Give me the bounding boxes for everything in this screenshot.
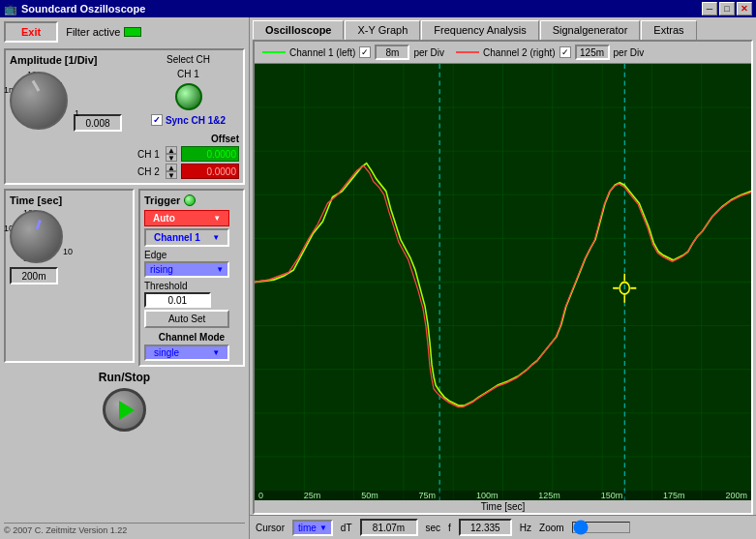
amplitude-section: Amplitude [1/Div] 10m 100m 1 100u 1m (4, 48, 245, 185)
f-value-input[interactable] (459, 519, 512, 536)
channel-mode-label: Channel Mode (144, 332, 239, 343)
ch2-offset-row: CH 2 ▲ ▼ (137, 164, 239, 179)
scope-area: Channel 1 (left) ✓ per Div Channel 2 (ri… (253, 40, 753, 515)
time-knob[interactable] (10, 210, 63, 263)
top-bar: Exit Filter active (4, 21, 245, 43)
amplitude-input[interactable] (74, 114, 122, 132)
select-ch-label: Select CH (166, 54, 210, 65)
main-content: Exit Filter active Amplitude [1/Div] 10m… (0, 17, 756, 539)
tab-xy-graph[interactable]: X-Y Graph (345, 20, 420, 40)
amplitude-knob-container: 10m 100m 1 100u 1m (10, 72, 68, 130)
zoom-slider[interactable] (572, 522, 630, 533)
channel-mode-select[interactable]: single ▼ (144, 344, 229, 361)
filter-active-indicator: Filter active (66, 26, 141, 38)
edge-select[interactable]: rising ▼ (144, 261, 229, 278)
amplitude-knob-area: 10m 100m 1 100u 1m (10, 70, 122, 132)
right-panel: Oscilloscope X-Y Graph Frequency Analysi… (250, 17, 756, 539)
ch1-legend-label: Channel 1 (left) (289, 47, 355, 58)
title-bar: 📺 Soundcard Oszilloscope ─ □ ✕ (0, 0, 756, 17)
threshold-input[interactable] (144, 292, 211, 308)
left-panel: Exit Filter active Amplitude [1/Div] 10m… (0, 17, 250, 539)
offset-section: Offset CH 1 ▲ ▼ CH 2 ▲ (137, 134, 239, 179)
bottom-bar: Cursor time ▼ dT sec f Hz Zoom (250, 515, 756, 539)
ch1-label: CH 1 (177, 69, 199, 79)
run-stop-label: Run/Stop (4, 371, 245, 384)
amplitude-knob[interactable] (10, 72, 68, 130)
time-knob-area: 100m 1 10 1m 10m (10, 210, 129, 263)
ch2-per-div-unit: per Div (614, 47, 645, 58)
time-input[interactable] (10, 267, 58, 284)
dt-label: dT (341, 523, 352, 533)
dt-unit: sec (426, 523, 441, 533)
ch1-legend-checkbox[interactable]: ✓ (359, 46, 371, 58)
trigger-channel-btn[interactable]: Channel 1 ▼ (144, 228, 229, 247)
sync-checkbox[interactable]: ✓ Sync CH 1&2 (151, 114, 226, 126)
ch1-offset-down[interactable]: ▼ (166, 154, 177, 162)
tabs-bar: Oscilloscope X-Y Graph Frequency Analysi… (250, 17, 756, 40)
select-ch-area: Select CH CH 1 ✓ Sync CH 1&2 Offset CH 1… (137, 54, 239, 179)
time-section: Time [sec] 100m 1 10 1m 10m (4, 189, 135, 363)
trigger-section: Trigger Auto ▼ Channel 1 ▼ Edge rising ▼… (138, 189, 245, 367)
f-unit: Hz (520, 523, 531, 533)
time-axis-title: Time [sec] (255, 500, 751, 513)
ch2-offset-input[interactable] (181, 164, 239, 179)
ch2-offset-down[interactable]: ▼ (166, 171, 177, 179)
oscilloscope-display: 0 25m 50m 75m 100m 125m 150m 175m 200m (255, 64, 751, 500)
ch2-legend-checkbox[interactable]: ✓ (559, 46, 571, 58)
run-stop-button[interactable] (103, 388, 146, 432)
ch1-offset-row: CH 1 ▲ ▼ (137, 146, 239, 162)
tab-extras[interactable]: Extras (641, 20, 696, 40)
time-title: Time [sec] (10, 195, 62, 206)
channel-mode-section: Channel Mode single ▼ (144, 332, 239, 361)
trigger-led (184, 195, 196, 206)
cursor-label: Cursor (256, 523, 285, 533)
ch1-per-div-unit: per Div (413, 47, 444, 58)
app-icon: 📺 (4, 3, 17, 15)
cursor-type-select[interactable]: time ▼ (292, 520, 333, 536)
tab-oscilloscope[interactable]: Oscilloscope (253, 20, 344, 40)
exit-button[interactable]: Exit (4, 21, 58, 43)
filter-led (124, 27, 141, 37)
edge-label: Edge (144, 250, 239, 260)
ch2-line (456, 51, 479, 53)
run-stop-section: Run/Stop (4, 371, 245, 435)
ch2-legend-label: Channel 2 (right) (483, 47, 555, 58)
tab-frequency-analysis[interactable]: Frequency Analysis (421, 20, 538, 40)
trigger-mode-btn[interactable]: Auto ▼ (144, 210, 229, 226)
channel-legend: Channel 1 (left) ✓ per Div Channel 2 (ri… (255, 42, 751, 64)
time-trigger-row: Time [sec] 100m 1 10 1m 10m (4, 189, 245, 367)
ch1-per-div-input[interactable] (375, 45, 409, 60)
f-label: f (448, 523, 451, 533)
minimize-button[interactable]: ─ (702, 2, 717, 15)
offset-title: Offset (137, 134, 239, 144)
ch1-legend: Channel 1 (left) ✓ per Div (262, 45, 444, 60)
play-icon (119, 401, 135, 420)
threshold-label: Threshold (144, 281, 239, 291)
scope-svg (255, 64, 751, 500)
sync-check[interactable]: ✓ (151, 114, 163, 126)
close-button[interactable]: ✕ (737, 2, 752, 15)
ch1-offset-input[interactable] (181, 146, 239, 162)
time-knob-container: 100m 1 10 1m 10m (10, 210, 63, 263)
tab-signalgenerator[interactable]: Signalgenerator (540, 20, 641, 40)
ch2-per-div-input[interactable] (575, 45, 610, 60)
ch1-indicator[interactable] (175, 83, 202, 110)
trigger-title: Trigger (144, 195, 239, 206)
auto-set-button[interactable]: Auto Set (144, 310, 229, 328)
filter-active-label: Filter active (66, 26, 120, 38)
copyright: © 2007 C. Zeitmitz Version 1.22 (4, 523, 245, 535)
maximize-button[interactable]: □ (719, 2, 735, 15)
amplitude-title: Amplitude [1/Div] 10m 100m 1 100u 1m (10, 54, 122, 132)
window-title: Soundcard Oszilloscope (21, 3, 145, 15)
dt-value-input[interactable] (360, 519, 418, 536)
ch1-line (262, 51, 286, 53)
zoom-label: Zoom (539, 523, 564, 533)
time-axis-labels: 0 25m 50m 75m 100m 125m 150m 175m 200m (255, 491, 751, 500)
ch2-legend: Channel 2 (right) ✓ per Div (456, 45, 644, 60)
window-controls: ─ □ ✕ (702, 2, 752, 15)
